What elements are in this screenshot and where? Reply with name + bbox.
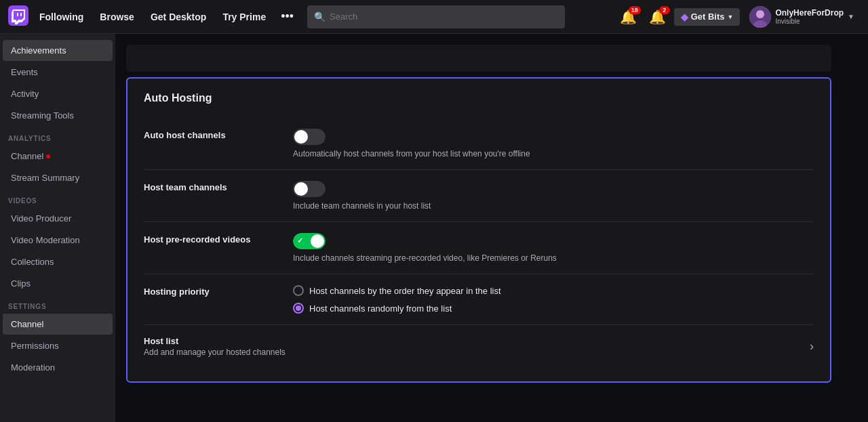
auto-host-toggle-knob — [294, 130, 308, 144]
sidebar-item-label: Video Moderation — [11, 235, 80, 245]
username: OnlyHereForDrop — [775, 8, 844, 18]
host-list-desc: Add and manage your hosted channels — [144, 347, 285, 357]
nav-more[interactable]: ••• — [277, 9, 298, 24]
sidebar-item-label: Collections — [11, 257, 54, 267]
sidebar-item-achievements[interactable]: Achievements — [3, 40, 113, 61]
nav-get-desktop[interactable]: Get Desktop — [145, 12, 212, 22]
auto-host-label: Auto host channels — [144, 129, 293, 140]
user-info: OnlyHereForDrop Invisible — [775, 8, 844, 25]
prerecorded-toggle-bg: ✓ — [293, 233, 326, 249]
setting-row-team-channels: Host team channels Include team channels… — [144, 170, 814, 222]
host-list-title: Host list — [144, 336, 285, 346]
radio-label-order: Host channels by the order they appear i… — [309, 286, 501, 296]
notifications-button[interactable]: 🔔 18 — [616, 6, 641, 28]
team-channels-control: Include team channels in your host list — [293, 181, 814, 211]
channel-dot-badge — [46, 154, 50, 159]
search-input[interactable] — [330, 12, 558, 22]
sidebar-item-label: Video Producer — [11, 213, 71, 224]
settings-section-label: SETTINGS — [0, 295, 115, 313]
sidebar-item-label: Streaming Tools — [11, 110, 74, 121]
prerecorded-label: Host pre-recorded videos — [144, 233, 293, 245]
search-bar: 🔍 — [307, 5, 565, 28]
team-channels-toggle-bg — [293, 181, 326, 197]
sidebar-item-channel-settings[interactable]: Channel — [3, 314, 113, 335]
priority-radio-group: Host channels by the order they appear i… — [293, 285, 814, 314]
sidebar-item-collections[interactable]: Collections — [3, 251, 113, 272]
sidebar-item-label: Activity — [11, 89, 39, 99]
sidebar-item-label: Events — [11, 67, 38, 77]
bits-label: Get Bits — [691, 12, 725, 22]
videos-section-label: VIDEOS — [0, 189, 115, 207]
prerecorded-toggle-wrap: ✓ — [293, 233, 814, 249]
sidebar-item-label: Moderation — [11, 362, 55, 373]
setting-row-prerecorded: Host pre-recorded videos ✓ Include chann… — [144, 222, 814, 274]
alerts-badge: 2 — [659, 6, 670, 14]
radio-circle-random — [293, 303, 304, 314]
nav-following[interactable]: Following — [34, 12, 89, 22]
sidebar-item-moderation[interactable]: Moderation — [3, 357, 113, 378]
twitch-logo[interactable] — [8, 5, 28, 28]
svg-rect-1 — [20, 13, 22, 16]
sidebar-item-label: Channel — [11, 319, 43, 329]
team-channels-toggle[interactable] — [293, 181, 326, 197]
bits-chevron-icon: ▼ — [727, 14, 733, 20]
radio-item-order[interactable]: Host channels by the order they appear i… — [293, 285, 814, 296]
sidebar-item-permissions[interactable]: Permissions — [3, 335, 113, 356]
get-bits-button[interactable]: ◆ Get Bits ▼ — [674, 8, 741, 26]
team-channels-toggle-wrap — [293, 181, 814, 197]
radio-circle-order — [293, 285, 304, 296]
sidebar-item-events[interactable]: Events — [3, 62, 113, 83]
radio-inner-random — [296, 305, 301, 311]
priority-control: Host channels by the order they appear i… — [293, 285, 814, 314]
sidebar-item-label: Clips — [11, 278, 31, 289]
user-menu-chevron-icon: ▼ — [848, 13, 854, 20]
notifications-badge: 18 — [629, 6, 641, 14]
auto-host-desc: Automatically host channels from your ho… — [293, 149, 814, 159]
auto-host-toggle-bg — [293, 129, 326, 145]
avatar — [749, 6, 771, 28]
sidebar-item-clips[interactable]: Clips — [3, 273, 113, 294]
alerts-button[interactable]: 🔔 2 — [645, 6, 670, 28]
sidebar-item-video-moderation[interactable]: Video Moderation — [3, 230, 113, 251]
toggle-checkmark-icon: ✓ — [297, 236, 303, 245]
priority-label: Hosting priority — [144, 285, 293, 297]
sidebar-item-label: Channel — [11, 151, 43, 161]
sidebar-item-activity[interactable]: Activity — [3, 83, 113, 104]
radio-label-random: Host channels randomly from the list — [309, 303, 452, 314]
host-list-info: Host list Add and manage your hosted cha… — [144, 336, 285, 357]
prerecorded-toggle-knob — [311, 234, 324, 248]
svg-point-4 — [756, 10, 764, 18]
user-status: Invisible — [775, 18, 844, 25]
user-menu[interactable]: OnlyHereForDrop Invisible ▼ — [744, 3, 860, 30]
team-channels-label: Host team channels — [144, 181, 293, 192]
nav-try-prime[interactable]: Try Prime — [217, 12, 271, 22]
sidebar-item-label: Achievements — [11, 45, 66, 56]
nav-browse[interactable]: Browse — [94, 12, 140, 22]
host-list-row[interactable]: Host list Add and manage your hosted cha… — [144, 325, 814, 368]
sidebar-item-label: Permissions — [11, 341, 59, 351]
sidebar-item-video-producer[interactable]: Video Producer — [3, 208, 113, 229]
autohost-title: Auto Hosting — [144, 92, 814, 104]
team-channels-desc: Include team channels in your host list — [293, 201, 814, 211]
svg-rect-2 — [17, 13, 18, 16]
prerecorded-toggle[interactable]: ✓ — [293, 233, 326, 249]
sidebar: Achievements Events Activity Streaming T… — [0, 34, 115, 422]
auto-host-toggle-wrap — [293, 129, 814, 145]
sidebar-item-channel[interactable]: Channel — [3, 146, 113, 167]
sidebar-item-stream-summary[interactable]: Stream Summary — [3, 167, 113, 188]
prerecorded-desc: Include channels streaming pre-recorded … — [293, 253, 814, 263]
setting-row-auto-host: Auto host channels Automatically host ch… — [144, 118, 814, 170]
layout: Achievements Events Activity Streaming T… — [0, 34, 868, 422]
auto-host-toggle[interactable] — [293, 129, 326, 145]
host-list-chevron-icon: › — [810, 339, 814, 354]
autohost-card: Auto Hosting Auto host channels Automati… — [126, 77, 831, 383]
main-content: Auto Hosting Auto host channels Automati… — [115, 34, 868, 422]
search-icon: 🔍 — [314, 12, 326, 22]
prerecorded-control: ✓ Include channels streaming pre-recorde… — [293, 233, 814, 263]
analytics-section-label: ANALYTICS — [0, 127, 115, 145]
topnav-right: 🔔 18 🔔 2 ◆ Get Bits ▼ OnlyHereForDrop — [616, 3, 860, 30]
setting-row-priority: Hosting priority Host channels by the or… — [144, 274, 814, 325]
sidebar-item-streaming-tools[interactable]: Streaming Tools — [3, 105, 113, 126]
radio-item-random[interactable]: Host channels randomly from the list — [293, 303, 814, 314]
prev-section — [126, 45, 831, 72]
